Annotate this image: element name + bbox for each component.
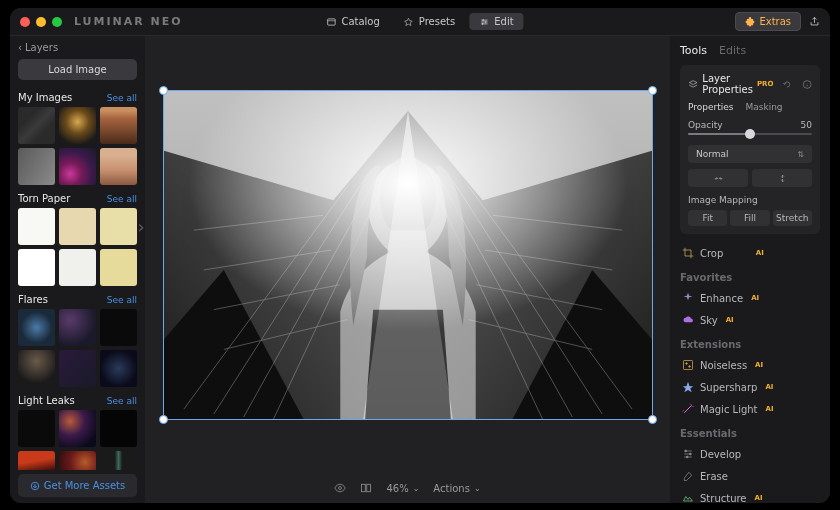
load-image-button[interactable]: Load Image <box>18 59 137 80</box>
opacity-slider[interactable] <box>688 133 812 135</box>
actions-menu[interactable]: Actions ⌄ <box>433 483 480 494</box>
noiseless-icon <box>682 359 694 371</box>
thumb-flares-2[interactable] <box>59 309 96 346</box>
tool-crop[interactable]: CropPROAI <box>680 242 820 264</box>
thumb-torn-5[interactable] <box>59 249 96 286</box>
subtab-properties[interactable]: Properties <box>688 102 733 112</box>
info-icon[interactable] <box>802 79 812 90</box>
thumb-torn-1[interactable] <box>18 208 55 245</box>
thumb-leaks-1[interactable] <box>18 410 55 447</box>
back-to-layers[interactable]: ‹ Layers <box>18 42 137 53</box>
thumb-my-images-5[interactable] <box>59 148 96 185</box>
thumb-leaks-3[interactable] <box>100 410 137 447</box>
transform-handle-bl[interactable] <box>159 415 168 424</box>
thumb-flares-4[interactable] <box>18 350 55 387</box>
slider-thumb[interactable] <box>745 129 755 139</box>
presets-icon <box>404 17 414 27</box>
svg-point-34 <box>685 450 687 452</box>
thumb-flares-3[interactable] <box>100 309 137 346</box>
flip-v-icon <box>777 173 788 184</box>
tab-tools[interactable]: Tools <box>680 44 707 57</box>
thumb-my-images-2[interactable] <box>59 107 96 144</box>
tool-supersharp[interactable]: SupersharpAI <box>680 376 820 398</box>
svg-point-3 <box>482 23 484 25</box>
app-name: LUMINAR NEO <box>74 15 183 28</box>
catalog-icon <box>326 17 336 27</box>
canvas-wrap: 46% ⌄ Actions ⌄ <box>145 36 670 503</box>
section-light-leaks: Light Leaks <box>18 395 75 406</box>
window-close-icon[interactable] <box>20 17 30 27</box>
thumb-flares-6[interactable] <box>100 350 137 387</box>
tool-develop[interactable]: Develop <box>680 443 820 465</box>
mapping-stretch[interactable]: Stretch <box>773 210 812 226</box>
see-all-my-images[interactable]: See all <box>107 93 137 103</box>
wand-icon <box>682 403 694 415</box>
see-all-flares[interactable]: See all <box>107 295 137 305</box>
compare-icon <box>360 482 372 494</box>
thumb-my-images-1[interactable] <box>18 107 55 144</box>
mapping-fit[interactable]: Fit <box>688 210 727 226</box>
chevron-updown-icon: ⇅ <box>797 150 804 159</box>
svg-rect-31 <box>684 361 693 370</box>
thumb-leaks-6[interactable] <box>100 451 137 470</box>
thumb-leaks-5[interactable] <box>59 451 96 470</box>
thumb-my-images-3[interactable] <box>100 107 137 144</box>
thumb-leaks-4[interactable] <box>18 451 55 470</box>
compare-toggle[interactable] <box>360 482 372 494</box>
chevron-left-icon: ‹ <box>18 42 22 53</box>
window-zoom-icon[interactable] <box>52 17 62 27</box>
undo-icon[interactable] <box>782 79 792 90</box>
tool-noiseless[interactable]: NoiselessAI <box>680 354 820 376</box>
transform-handle-tr[interactable] <box>648 86 657 95</box>
share-icon[interactable] <box>809 16 820 27</box>
thumb-torn-2[interactable] <box>59 208 96 245</box>
blend-mode-dropdown[interactable]: Normal⇅ <box>688 145 812 163</box>
preview-toggle[interactable] <box>334 482 346 494</box>
flip-horizontal-button[interactable] <box>688 169 748 187</box>
thumb-flares-5[interactable] <box>59 350 96 387</box>
tool-structure[interactable]: StructureAI <box>680 487 820 503</box>
section-extensions: Extensions <box>680 339 820 350</box>
tab-edit[interactable]: Edit <box>469 13 523 30</box>
section-torn-paper: Torn Paper <box>18 193 70 204</box>
svg-rect-26 <box>164 91 652 419</box>
transform-handle-tl[interactable] <box>159 86 168 95</box>
svg-rect-29 <box>367 484 371 492</box>
tab-presets[interactable]: Presets <box>394 13 465 30</box>
app-window: LUMINAR NEO Catalog Presets Edit Extras <box>10 8 830 503</box>
puzzle-icon <box>745 17 755 27</box>
tab-edits[interactable]: Edits <box>719 44 746 57</box>
edit-icon <box>479 17 489 27</box>
chevron-down-icon: ⌄ <box>413 484 420 493</box>
svg-point-33 <box>689 366 691 368</box>
tool-enhance[interactable]: EnhanceAI <box>680 287 820 309</box>
tool-magic-light[interactable]: Magic LightAI <box>680 398 820 420</box>
get-more-assets-button[interactable]: Get More Assets <box>18 474 137 497</box>
thumb-torn-3[interactable] <box>100 208 137 245</box>
see-all-torn[interactable]: See all <box>107 194 137 204</box>
tool-sky[interactable]: SkyAI <box>680 309 820 331</box>
tool-erase[interactable]: Erase <box>680 465 820 487</box>
see-all-leaks[interactable]: See all <box>107 396 137 406</box>
thumb-my-images-6[interactable] <box>100 148 137 185</box>
canvas-image[interactable] <box>163 90 653 420</box>
thumb-my-images-4[interactable] <box>18 148 55 185</box>
thumb-torn-4[interactable] <box>18 249 55 286</box>
sidebar: ‹ Layers Load Image My ImagesSee all Tor… <box>10 36 145 503</box>
window-minimize-icon[interactable] <box>36 17 46 27</box>
sidebar-expand-icon[interactable]: › <box>135 216 147 237</box>
thumb-torn-6[interactable] <box>100 249 137 286</box>
flip-vertical-button[interactable] <box>752 169 812 187</box>
tab-catalog[interactable]: Catalog <box>316 13 389 30</box>
svg-point-2 <box>485 21 487 23</box>
mapping-fill[interactable]: Fill <box>730 210 769 226</box>
extras-button[interactable]: Extras <box>735 12 801 31</box>
subtab-masking[interactable]: Masking <box>745 102 782 112</box>
transform-handle-br[interactable] <box>648 415 657 424</box>
svg-rect-28 <box>362 484 366 492</box>
supersharp-icon <box>682 381 694 393</box>
crop-icon <box>682 247 694 259</box>
zoom-level[interactable]: 46% ⌄ <box>386 483 419 494</box>
thumb-leaks-2[interactable] <box>59 410 96 447</box>
thumb-flares-1[interactable] <box>18 309 55 346</box>
